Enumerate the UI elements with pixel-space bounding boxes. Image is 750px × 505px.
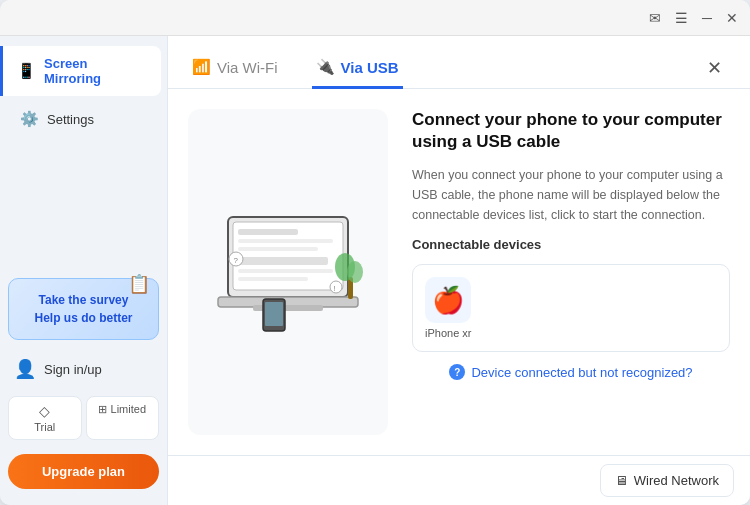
tab-wifi[interactable]: 📶 Via Wi-Fi bbox=[188, 48, 282, 89]
wifi-icon: 📶 bbox=[192, 58, 211, 76]
wired-network-icon: 🖥 bbox=[615, 473, 628, 488]
laptop-illustration: ? ! bbox=[208, 207, 368, 337]
survey-card[interactable]: Take the survey Help us do better bbox=[8, 278, 159, 340]
devices-list: 🍎 iPhone xr bbox=[412, 264, 730, 352]
question-icon: ? bbox=[449, 364, 465, 380]
sign-in-label: Sign in/up bbox=[44, 362, 102, 377]
trial-button[interactable]: ◇ Trial bbox=[8, 396, 82, 440]
upgrade-button[interactable]: Upgrade plan bbox=[8, 454, 159, 489]
survey-line1: Take the survey bbox=[39, 293, 129, 307]
diamond-icon: ◇ bbox=[13, 403, 77, 419]
svg-rect-7 bbox=[238, 277, 308, 281]
usb-title: Connect your phone to your computer usin… bbox=[412, 109, 730, 153]
usb-tab-label: Via USB bbox=[341, 59, 399, 76]
iphone-icon-box: 🍎 bbox=[425, 277, 471, 323]
svg-rect-2 bbox=[238, 229, 298, 235]
not-recognized-label: Device connected but not recognized? bbox=[471, 365, 692, 380]
survey-line2: Help us do better bbox=[34, 311, 132, 325]
sidebar-item-screen-mirroring[interactable]: 📱 Screen Mirroring bbox=[0, 46, 161, 96]
trial-limited-container: ◇ Trial ⊞ Limited bbox=[0, 390, 167, 446]
usb-content: ? ! Connect your phone to your computer … bbox=[168, 89, 750, 455]
trial-label: Trial bbox=[34, 421, 55, 433]
tab-bar: 📶 Via Wi-Fi 🔌 Via USB ✕ bbox=[168, 36, 750, 89]
not-recognized-link[interactable]: ? Device connected but not recognized? bbox=[412, 364, 730, 380]
gear-icon: ⚙️ bbox=[20, 110, 39, 128]
device-name-label: iPhone xr bbox=[425, 327, 471, 339]
svg-rect-14 bbox=[265, 302, 283, 326]
sign-in-button[interactable]: 👤 Sign in/up bbox=[0, 348, 167, 390]
svg-text:?: ? bbox=[234, 256, 239, 265]
limited-label: Limited bbox=[111, 403, 146, 415]
content-area: 📱 Screen Mirroring ⚙️ Settings Take the … bbox=[0, 36, 750, 505]
mail-icon[interactable]: ✉ bbox=[649, 10, 661, 26]
svg-rect-6 bbox=[238, 269, 333, 273]
user-icon: 👤 bbox=[14, 358, 36, 380]
tab-usb[interactable]: 🔌 Via USB bbox=[312, 48, 403, 89]
usb-description: When you connect your phone to your comp… bbox=[412, 165, 730, 225]
minimize-icon[interactable]: ─ bbox=[702, 10, 712, 26]
right-panel: Connect your phone to your computer usin… bbox=[412, 109, 730, 435]
title-bar: ✉ ☰ ─ ✕ bbox=[0, 0, 750, 36]
app-window: ✉ ☰ ─ ✕ 📱 Screen Mirroring ⚙️ Settings T… bbox=[0, 0, 750, 505]
device-iphone-xr[interactable]: 🍎 iPhone xr bbox=[425, 277, 471, 339]
illustration-area: ? ! bbox=[188, 109, 388, 435]
bottom-bar: 🖥 Wired Network bbox=[168, 455, 750, 505]
sidebar-item-settings[interactable]: ⚙️ Settings bbox=[6, 100, 161, 138]
apple-icon: 🍎 bbox=[432, 285, 464, 316]
menu-icon[interactable]: ☰ bbox=[675, 10, 688, 26]
usb-icon: 🔌 bbox=[316, 58, 335, 76]
main-panel: 📶 Via Wi-Fi 🔌 Via USB ✕ bbox=[168, 36, 750, 505]
svg-point-17 bbox=[330, 281, 342, 293]
wired-network-button[interactable]: 🖥 Wired Network bbox=[600, 464, 734, 497]
svg-point-12 bbox=[347, 261, 363, 283]
sidebar-settings-label: Settings bbox=[47, 112, 94, 127]
wifi-tab-label: Via Wi-Fi bbox=[217, 59, 278, 76]
connectable-devices-label: Connectable devices bbox=[412, 237, 730, 252]
limited-button[interactable]: ⊞ Limited bbox=[86, 396, 160, 440]
sidebar-mirroring-label: Screen Mirroring bbox=[44, 56, 147, 86]
grid-icon: ⊞ bbox=[98, 403, 107, 415]
sidebar: 📱 Screen Mirroring ⚙️ Settings Take the … bbox=[0, 36, 168, 505]
svg-rect-3 bbox=[238, 239, 333, 243]
svg-text:!: ! bbox=[334, 284, 336, 293]
mirror-icon: 📱 bbox=[17, 62, 36, 80]
svg-rect-4 bbox=[238, 247, 318, 251]
close-panel-button[interactable]: ✕ bbox=[699, 53, 730, 83]
close-window-icon[interactable]: ✕ bbox=[726, 10, 738, 26]
svg-rect-5 bbox=[238, 257, 328, 265]
wired-network-label: Wired Network bbox=[634, 473, 719, 488]
